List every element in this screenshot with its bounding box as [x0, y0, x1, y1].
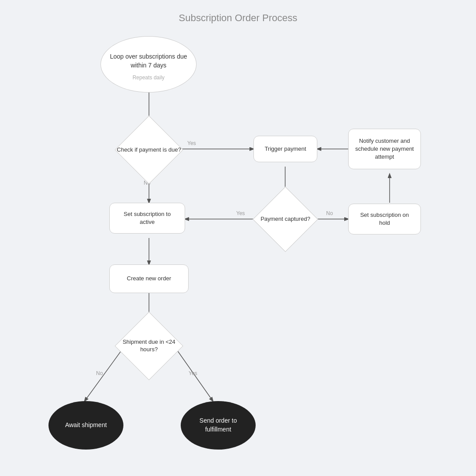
await-shipment-node: Await shipment [48, 401, 123, 450]
label-yes-shipment: Yes [189, 370, 197, 376]
page-title: Subscription Order Process [179, 12, 298, 24]
send-fulfillment-node: Send order to fulfillment [181, 401, 256, 450]
notify-customer-label: Notify customer and schedule new payment… [349, 133, 420, 166]
check-payment-node: Check if payment is due? [114, 126, 184, 174]
shipment-due-label: Shipment due in <24 hours? [114, 338, 184, 353]
loop-sublabel: Repeats daily [133, 74, 165, 81]
set-hold-node: Set subscription on hold [348, 204, 421, 234]
set-active-node: Set subscription to active [109, 203, 185, 234]
label-yes-check-payment: Yes [187, 140, 196, 146]
await-shipment-label: Await shipment [59, 416, 113, 434]
label-no-payment-captured: No [326, 210, 333, 216]
label-no-shipment: No [96, 370, 103, 376]
create-order-node: Create new order [109, 264, 189, 293]
shipment-due-node: Shipment due in <24 hours? [114, 322, 184, 370]
trigger-payment-node: Trigger payment [253, 136, 317, 162]
set-hold-label: Set subscription on hold [349, 207, 420, 231]
loop-node: Loop over subscriptions due within 7 day… [100, 36, 197, 93]
loop-label: Loop over subscriptions due within 7 day… [101, 48, 196, 74]
trigger-payment-label: Trigger payment [258, 141, 312, 157]
send-fulfillment-label: Send order to fulfillment [181, 412, 256, 438]
set-active-label: Set subscription to active [110, 206, 185, 231]
notify-customer-node: Notify customer and schedule new payment… [348, 129, 421, 169]
label-yes-payment-captured: Yes [236, 210, 245, 216]
payment-captured-node: Payment captured? [251, 196, 320, 242]
check-payment-label: Check if payment is due? [117, 146, 181, 154]
payment-captured-label: Payment captured? [260, 216, 310, 223]
create-order-label: Create new order [121, 270, 177, 287]
